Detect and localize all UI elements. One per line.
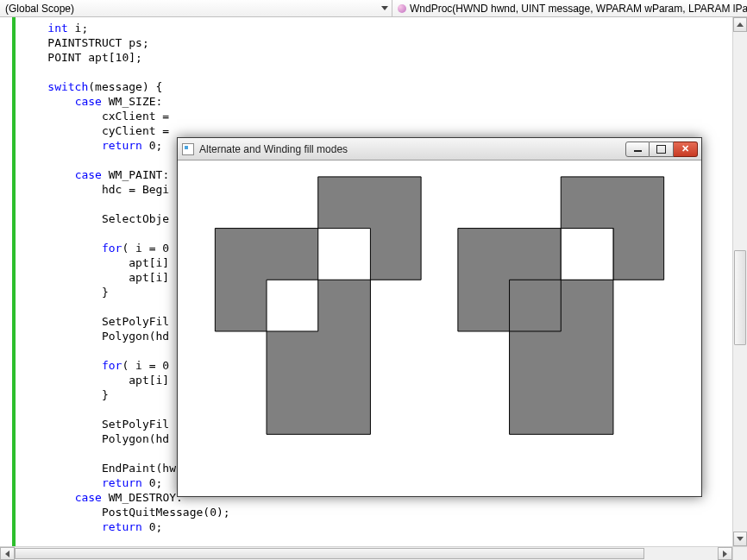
navigation-bar: (Global Scope) WndProc(HWND hwnd, UINT m… — [0, 0, 747, 17]
scroll-down-button[interactable] — [733, 532, 747, 546]
window-client-area — [183, 160, 696, 491]
scroll-right-button[interactable] — [718, 547, 732, 560]
scroll-track[interactable] — [15, 547, 718, 560]
method-icon — [398, 4, 406, 13]
scope-dropdown[interactable]: (Global Scope) — [0, 0, 392, 16]
scrollbar-corner — [732, 546, 747, 560]
minimize-button[interactable] — [625, 142, 650, 157]
winding-center-hole — [561, 229, 613, 280]
scroll-left-button[interactable] — [0, 547, 15, 560]
alternate-polygon — [215, 177, 421, 434]
window-buttons — [625, 142, 698, 157]
window-title: Alternate and Winding fill modes — [199, 143, 625, 155]
scroll-thumb[interactable] — [734, 250, 746, 345]
close-button[interactable] — [674, 142, 698, 157]
app-icon — [182, 143, 194, 155]
horizontal-scrollbar[interactable] — [0, 546, 732, 560]
member-dropdown[interactable]: WndProc(HWND hwnd, UINT message, WPARAM … — [392, 0, 747, 16]
scroll-up-button[interactable] — [733, 17, 747, 32]
fill-mode-diagram — [183, 160, 696, 491]
scope-label: (Global Scope) — [5, 3, 74, 15]
editor-gutter — [0, 17, 21, 546]
winding-polygon — [458, 177, 664, 434]
vertical-scrollbar[interactable] — [732, 17, 747, 546]
change-marker — [12, 17, 16, 546]
window-titlebar[interactable]: Alternate and Winding fill modes — [178, 138, 701, 160]
maximize-button[interactable] — [650, 142, 674, 157]
output-window[interactable]: Alternate and Winding fill modes — [177, 137, 702, 497]
member-label: WndProc(HWND hwnd, UINT message, WPARAM … — [410, 3, 747, 15]
chevron-down-icon — [381, 6, 388, 10]
scroll-thumb[interactable] — [15, 548, 644, 559]
